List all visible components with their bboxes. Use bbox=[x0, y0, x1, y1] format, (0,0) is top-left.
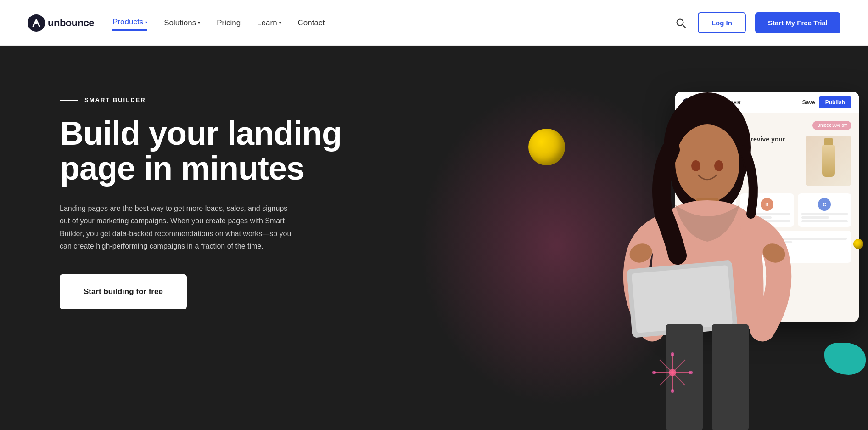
nav-links: Products ▾ Solutions ▾ Pricing Learn ▾ C… bbox=[112, 15, 673, 31]
logo-text: unbounce bbox=[48, 17, 94, 29]
svg-point-12 bbox=[691, 160, 700, 171]
builder-publish-button[interactable]: Publish bbox=[819, 96, 851, 108]
trial-button[interactable]: Start My Free Trial bbox=[755, 12, 840, 33]
logo-icon bbox=[28, 14, 45, 32]
svg-point-13 bbox=[714, 160, 723, 171]
decorative-blob-teal bbox=[824, 343, 866, 375]
nav-right: Log In Start My Free Trial bbox=[673, 12, 840, 33]
svg-point-6 bbox=[675, 124, 739, 203]
login-button[interactable]: Log In bbox=[698, 12, 746, 33]
hero-visual: SMART BUILDER Save Publish NEUTRA Unlock… bbox=[519, 46, 868, 430]
eyebrow: Smart Builder bbox=[60, 96, 342, 103]
svg-point-21 bbox=[671, 352, 674, 356]
hero-person-area bbox=[593, 62, 822, 430]
svg-point-1 bbox=[35, 22, 38, 24]
cta-button[interactable]: Start building for free bbox=[60, 274, 187, 309]
hero-title: Build your landing page in minutes bbox=[60, 116, 342, 186]
hero-description: Landing pages are the best way to get mo… bbox=[60, 202, 298, 252]
hero-section: Smart Builder Build your landing page in… bbox=[0, 46, 868, 430]
search-button[interactable] bbox=[673, 15, 689, 31]
nav-link-products[interactable]: Products ▾ bbox=[112, 15, 147, 31]
nav-link-solutions[interactable]: Solutions ▾ bbox=[164, 16, 200, 30]
svg-rect-15 bbox=[712, 324, 749, 430]
person-illustration bbox=[593, 62, 822, 430]
chevron-down-icon: ▾ bbox=[198, 20, 200, 25]
nav-link-learn[interactable]: Learn ▾ bbox=[257, 16, 281, 30]
search-icon bbox=[676, 18, 686, 28]
eyebrow-text: Smart Builder bbox=[84, 96, 146, 103]
nav-link-contact[interactable]: Contact bbox=[298, 16, 325, 30]
svg-point-23 bbox=[652, 371, 656, 374]
decorative-sphere-yellow bbox=[528, 129, 565, 165]
eyebrow-line bbox=[60, 100, 78, 101]
hero-content: Smart Builder Build your landing page in… bbox=[60, 87, 342, 309]
svg-line-3 bbox=[683, 25, 685, 28]
navbar: unbounce Products ▾ Solutions ▾ Pricing … bbox=[0, 0, 868, 46]
svg-point-24 bbox=[689, 371, 693, 374]
nav-link-pricing[interactable]: Pricing bbox=[217, 16, 241, 30]
chevron-down-icon: ▾ bbox=[279, 20, 281, 25]
decorative-particle-pink bbox=[652, 352, 693, 393]
logo[interactable]: unbounce bbox=[28, 14, 94, 32]
chevron-down-icon: ▾ bbox=[145, 20, 147, 25]
svg-point-22 bbox=[671, 389, 674, 393]
decorative-sphere-small bbox=[853, 239, 863, 249]
svg-rect-11 bbox=[632, 265, 733, 333]
bottle-cap bbox=[824, 138, 833, 145]
svg-point-20 bbox=[669, 369, 676, 376]
bottle-shape bbox=[822, 145, 835, 177]
